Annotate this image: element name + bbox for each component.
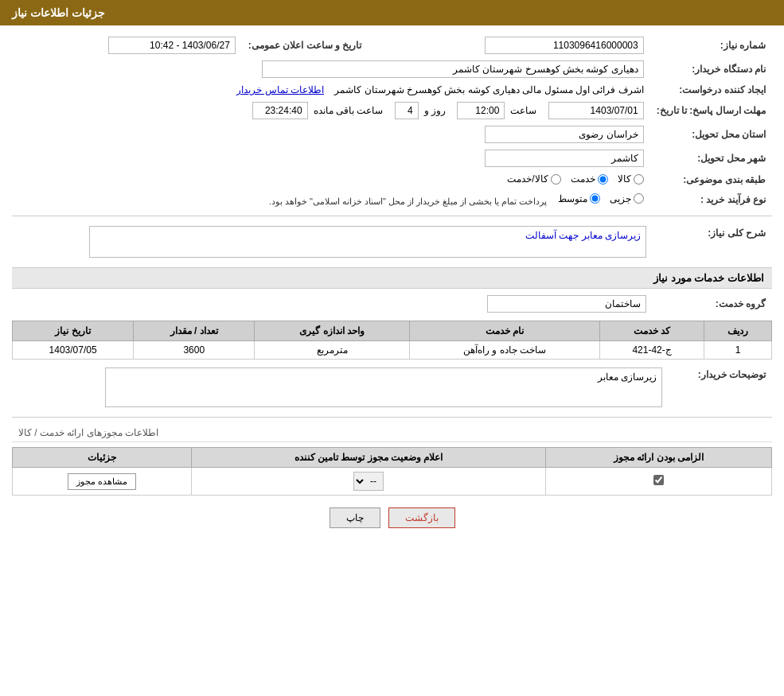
service-group-input[interactable] — [487, 295, 646, 313]
province-label: استان محل تحویل: — [650, 122, 772, 146]
purchase-moutavaset-label: متوسط — [558, 193, 587, 204]
permit-header-row: الزامی بودن ارائه مجوز اعلام وضعیت مجوز … — [13, 448, 772, 468]
main-content: شماره نیاز: تاریخ و ساعت اعلان عمومی: نا… — [0, 25, 784, 548]
table-cell-qty: 3600 — [134, 341, 255, 360]
row-category: طبقه بندی موضوعی: کالا خدمت — [12, 170, 772, 190]
category-kala-khadamat-option[interactable]: کالا/خدمت — [507, 173, 560, 185]
row-service-group: گروه خدمت: — [12, 292, 772, 316]
top-info-table: شماره نیاز: تاریخ و ساعت اعلان عمومی: نا… — [12, 33, 772, 209]
description-box: زیرسازی معابر جهت آسفالت — [89, 226, 646, 258]
response-deadline-label: مهلت ارسال پاسخ: تا تاریخ: — [650, 99, 772, 122]
buyer-desc-label: توضیحات خریدار: — [669, 364, 772, 410]
category-khadamat-label: خدمت — [571, 173, 595, 185]
permit-table-body: -- مشاهده مجوز — [13, 468, 772, 496]
purchase-moutavaset-option[interactable]: متوسط — [558, 193, 600, 204]
buyer-desc-value: زیرسازی معابر — [12, 364, 669, 410]
col-service-name: نام خدمت — [410, 321, 600, 341]
province-value — [12, 122, 650, 146]
separator-2 — [12, 417, 772, 418]
row-need-number: شماره نیاز: تاریخ و ساعت اعلان عمومی: — [12, 33, 772, 57]
service-group-value — [12, 292, 653, 316]
row-buyer-org: نام دستگاه خریدار: — [12, 57, 772, 81]
col-row-num: ردیف — [704, 321, 772, 341]
table-cell-unit: مترمربع — [255, 341, 410, 360]
permit-table: الزامی بودن ارائه مجوز اعلام وضعیت مجوز … — [12, 447, 772, 496]
announce-datetime-label: تاریخ و ساعت اعلان عمومی: — [242, 33, 368, 57]
announce-datetime-value — [12, 33, 242, 57]
permit-supplier-status-select[interactable]: -- — [353, 472, 384, 491]
purchase-jozyi-label: جزیی — [610, 193, 631, 204]
need-number-value — [368, 33, 649, 57]
category-kala-radio[interactable] — [634, 174, 644, 185]
permit-mandatory-checkbox[interactable] — [653, 475, 664, 485]
table-cell-service_code: ج-42-421 — [600, 341, 704, 360]
description-table: شرح کلی نیاز: زیرسازی معابر جهت آسفالت — [12, 223, 772, 261]
purchase-type-label: نوع فرآیند خرید : — [650, 190, 772, 210]
col-unit: واحد اندازه گیری — [255, 321, 410, 341]
city-value — [12, 146, 650, 170]
row-description: شرح کلی نیاز: زیرسازی معابر جهت آسفالت — [12, 223, 772, 261]
category-kala-label: کالا — [618, 173, 631, 185]
category-khadamat-option[interactable]: خدمت — [571, 173, 608, 185]
buyer-desc-text: زیرسازی معابر — [598, 371, 657, 383]
purchase-type-notice: پرداخت تمام یا بخشی از مبلغ خریدار از مح… — [269, 196, 548, 205]
response-remaining-label: ساعت باقی مانده — [314, 105, 384, 116]
requester-label: ایجاد کننده درخواست: — [650, 81, 772, 99]
response-remaining-input[interactable] — [252, 102, 308, 119]
separator-1 — [12, 216, 772, 216]
category-kala-option[interactable]: کالا — [618, 173, 644, 185]
page-header: جزئیات اطلاعات نیاز — [0, 0, 784, 25]
purchase-type-value: جزیی متوسط پرداخت تمام یا بخشی از مبلغ خ… — [12, 190, 650, 210]
action-buttons: بازگشت چاپ — [12, 507, 772, 528]
col-qty: تعداد / مقدار — [134, 321, 255, 341]
buyer-org-input[interactable] — [262, 60, 644, 78]
requester-text: اشرف فرائی اول مسئول مالی دهیاری کوشه بخ… — [334, 84, 643, 95]
table-row: 1ج-42-421ساخت جاده و راه‌آهنمترمربع36001… — [13, 341, 772, 360]
response-days-label: روز و — [424, 105, 446, 116]
province-input[interactable] — [485, 126, 644, 143]
row-city: شهر محل تحویل: — [12, 146, 772, 170]
category-khadamat-radio[interactable] — [598, 174, 608, 185]
services-table-head: ردیف کد خدمت نام خدمت واحد اندازه گیری ت… — [13, 321, 772, 341]
permit-row: -- مشاهده مجوز — [13, 468, 772, 496]
purchase-jozyi-radio[interactable] — [634, 193, 644, 204]
category-kala-khadamat-label: کالا/خدمت — [507, 173, 548, 185]
service-group-table: گروه خدمت: — [12, 292, 772, 316]
services-section-header: اطلاعات خدمات مورد نیاز — [12, 267, 772, 289]
service-group-label: گروه خدمت: — [653, 292, 772, 316]
category-options: کالا خدمت کالا/خدمت — [12, 170, 650, 190]
permit-mandatory-cell — [546, 468, 772, 496]
table-cell-row_num: 1 — [704, 341, 772, 360]
description-label: شرح کلی نیاز: — [653, 223, 772, 261]
print-button[interactable]: چاپ — [330, 507, 380, 528]
purchase-jozyi-option[interactable]: جزیی — [610, 193, 644, 204]
col-need-date: تاریخ نیاز — [13, 321, 134, 341]
contact-info-link[interactable]: اطلاعات تماس خریدار — [236, 84, 324, 95]
need-number-input[interactable] — [485, 37, 644, 54]
view-permit-button[interactable]: مشاهده مجوز — [68, 473, 136, 490]
purchase-moutavaset-radio[interactable] — [590, 193, 600, 204]
services-section-title: اطلاعات خدمات مورد نیاز — [653, 272, 764, 284]
services-table-header-row: ردیف کد خدمت نام خدمت واحد اندازه گیری ت… — [13, 321, 772, 341]
permit-section-subheader: اطلاعات مجوزهای ارائه خدمت / کالا — [12, 424, 772, 442]
permit-col-supplier-status: اعلام وضعیت مجوز توسط تامین کننده — [192, 448, 546, 468]
col-service-code: کد خدمت — [600, 321, 704, 341]
city-input[interactable] — [485, 150, 644, 167]
need-number-label: شماره نیاز: — [650, 33, 772, 57]
permit-section-title: اطلاعات مجوزهای ارائه خدمت / کالا — [18, 427, 158, 438]
table-cell-need_date: 1403/07/05 — [13, 341, 134, 360]
services-table-body: 1ج-42-421ساخت جاده و راه‌آهنمترمربع36001… — [13, 341, 772, 360]
permit-col-mandatory: الزامی بودن ارائه مجوز — [546, 448, 772, 468]
back-button[interactable]: بازگشت — [388, 507, 455, 528]
city-label: شهر محل تحویل: — [650, 146, 772, 170]
response-time-input[interactable] — [457, 102, 505, 119]
permit-table-head: الزامی بودن ارائه مجوز اعلام وضعیت مجوز … — [13, 448, 772, 468]
row-requester: ایجاد کننده درخواست: اشرف فرائی اول مسئو… — [12, 81, 772, 99]
table-cell-service_name: ساخت جاده و راه‌آهن — [410, 341, 600, 360]
category-kala-khadamat-radio[interactable] — [551, 174, 561, 185]
requester-value: اشرف فرائی اول مسئول مالی دهیاری کوشه بخ… — [12, 81, 650, 99]
response-date-input[interactable] — [548, 102, 644, 119]
response-time-label: ساعت — [510, 105, 536, 116]
response-days-input[interactable] — [395, 102, 419, 119]
announce-datetime-input[interactable] — [108, 37, 236, 54]
